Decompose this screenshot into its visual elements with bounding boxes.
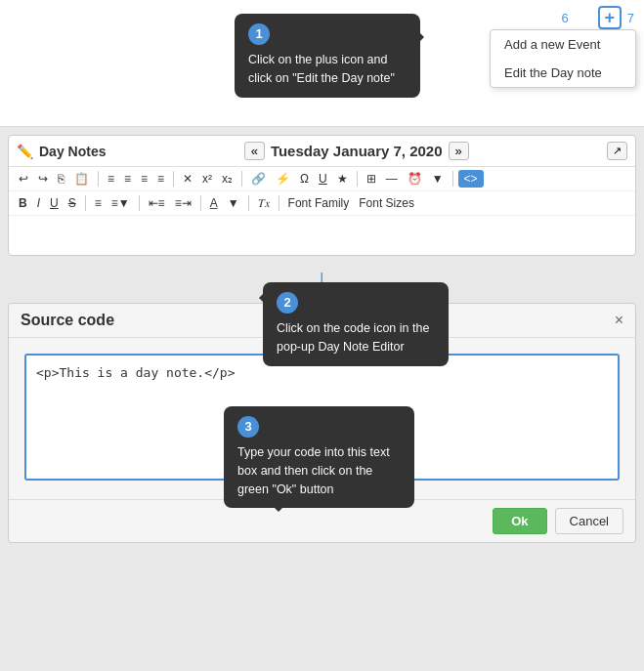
day-notes-panel: ✏️ Day Notes « Tuesday January 7, 2020 »… xyxy=(8,135,636,256)
edit-icon: ✏️ xyxy=(17,144,33,159)
special-char-button[interactable]: Ω xyxy=(296,170,313,188)
tooltip-2-text: Click on the code icon in the pop-up Day… xyxy=(277,319,435,356)
edit-day-note-item[interactable]: Edit the Day note xyxy=(491,59,635,87)
toolbar2-sep-5 xyxy=(279,195,279,211)
prev-day-button[interactable]: « xyxy=(244,142,265,160)
highlight-button[interactable]: ▼ xyxy=(224,194,243,212)
step-3-badge: 3 xyxy=(237,416,259,438)
link-button[interactable]: 🔗 xyxy=(247,170,270,188)
font-size-button[interactable]: Font Sizes xyxy=(355,194,418,212)
format-button[interactable]: 𝑇𝑥 xyxy=(254,194,274,212)
toolbar-sep-2 xyxy=(173,171,174,187)
day-notes-nav: « Tuesday January 7, 2020 » xyxy=(244,142,469,160)
cal-day-6: 6 xyxy=(562,11,569,25)
day-notes-title-area: ✏️ Day Notes xyxy=(17,144,106,159)
align-left-button[interactable]: ≡ xyxy=(104,170,118,188)
toolbar2-sep-3 xyxy=(200,195,201,211)
align-center-button[interactable]: ≡ xyxy=(120,170,135,188)
bold-button[interactable]: B xyxy=(15,194,31,212)
add-new-event-item[interactable]: Add a new Event xyxy=(491,30,635,59)
day-notes-header: ✏️ Day Notes « Tuesday January 7, 2020 »… xyxy=(9,136,635,167)
star-button[interactable]: ★ xyxy=(333,170,352,188)
tooltip-step-3: 3 Type your code into this text box and … xyxy=(224,406,414,508)
redo-button[interactable]: ↪ xyxy=(34,170,52,188)
day-notes-label: Day Notes xyxy=(39,144,106,159)
more-dropdown-button[interactable]: ▼ xyxy=(428,170,448,188)
toolbar2-sep-4 xyxy=(248,195,249,211)
font-family-button[interactable]: Font Family xyxy=(284,194,354,212)
day-notes-date: Tuesday January 7, 2020 xyxy=(271,143,443,159)
subscript-button[interactable]: x₂ xyxy=(218,170,236,188)
table-button[interactable]: ⊞ xyxy=(363,170,380,188)
step-2-badge: 2 xyxy=(277,292,298,314)
hr-button[interactable]: — xyxy=(382,170,402,188)
source-dialog-title: Source code xyxy=(21,312,114,329)
editor-toolbar-1: ↩ ↪ ⎘ 📋 ≡ ≡ ≡ ≡ ✕ x² x₂ 🔗 ⚡ Ω U ★ ⊞ — ⏰ … xyxy=(9,167,635,191)
step-1-badge: 1 xyxy=(248,23,270,45)
remove-format-button[interactable]: ✕ xyxy=(179,170,196,188)
cancel-button[interactable]: Cancel xyxy=(555,508,623,534)
ok-button[interactable]: Ok xyxy=(493,508,546,534)
calendar-strip: 6 + 7 Add a new Event Edit the Day note … xyxy=(0,0,644,127)
toolbar-sep-4 xyxy=(357,171,358,187)
tooltip-1-text: Click on the plus icon and click on "Edi… xyxy=(248,51,407,88)
font-color-button[interactable]: A xyxy=(206,194,222,212)
paste-button[interactable]: 📋 xyxy=(70,170,93,188)
cal-day-7: 7 xyxy=(627,11,634,25)
clock-button[interactable]: ⏰ xyxy=(404,170,426,188)
ol-list-button[interactable]: ≡▼ xyxy=(107,194,134,212)
next-day-button[interactable]: » xyxy=(449,142,469,160)
copy-button[interactable]: ⎘ xyxy=(54,170,68,188)
italic-button[interactable]: I xyxy=(33,194,44,212)
align-right-button[interactable]: ≡ xyxy=(137,170,151,188)
event-dropdown-menu: Add a new Event Edit the Day note xyxy=(490,29,636,88)
outdent-button[interactable]: ⇤≡ xyxy=(145,194,169,212)
toolbar2-sep-1 xyxy=(85,195,86,211)
toolbar-sep-5 xyxy=(452,171,453,187)
toolbar-sep-3 xyxy=(241,171,242,187)
tooltip-step-2: 2 Click on the code icon in the pop-up D… xyxy=(263,282,449,366)
superscript-button[interactable]: x² xyxy=(198,170,216,188)
toolbar2-sep-2 xyxy=(139,195,140,211)
expand-button[interactable]: ↗ xyxy=(607,142,627,160)
align-justify-button[interactable]: ≡ xyxy=(153,170,168,188)
source-code-button[interactable]: <> xyxy=(458,170,484,188)
add-event-button[interactable]: + xyxy=(598,6,622,29)
tooltip-3-text: Type your code into this text box and th… xyxy=(237,443,401,498)
indent-button[interactable]: ≡⇥ xyxy=(171,194,195,212)
ul-list-button[interactable]: ≡ xyxy=(91,194,106,212)
toolbar-sep-1 xyxy=(98,171,99,187)
source-dialog-close-button[interactable]: × xyxy=(615,312,623,329)
underline-special-button[interactable]: U xyxy=(315,170,331,188)
underline-button[interactable]: U xyxy=(46,194,63,212)
tooltip2-spacer: 2 Click on the code icon in the pop-up D… xyxy=(9,216,635,255)
unlink-button[interactable]: ⚡ xyxy=(272,170,294,188)
tooltip-step-1: 1 Click on the plus icon and click on "E… xyxy=(235,14,420,98)
editor-toolbar-2: B I U S ≡ ≡▼ ⇤≡ ≡⇥ A ▼ 𝑇𝑥 Font Family Fo… xyxy=(9,191,635,216)
undo-button[interactable]: ↩ xyxy=(15,170,32,188)
strikethrough-button[interactable]: S xyxy=(64,194,80,212)
